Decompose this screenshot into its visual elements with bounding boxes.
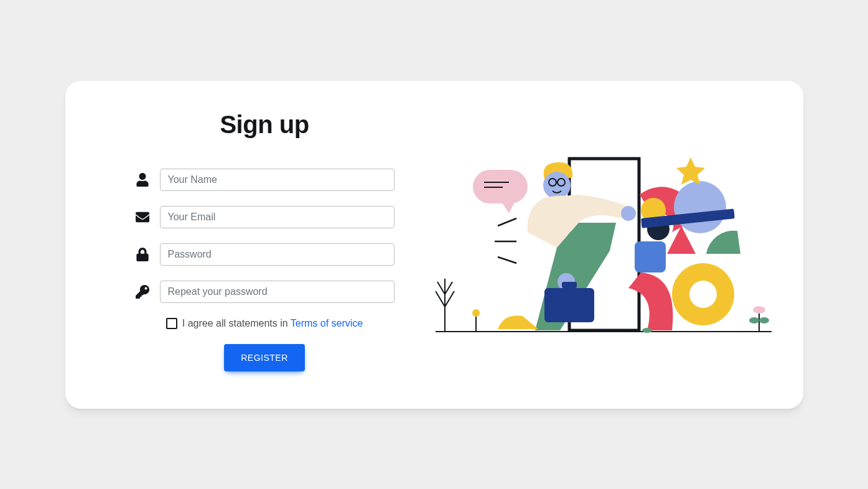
svg-point-34 (759, 317, 769, 324)
svg-rect-21 (635, 241, 666, 272)
svg-point-8 (621, 206, 636, 221)
svg-rect-10 (544, 288, 594, 322)
svg-line-14 (498, 257, 516, 263)
envelope-icon (135, 210, 150, 225)
svg-point-33 (749, 317, 759, 324)
illustration-column (434, 151, 773, 338)
terms-of-service-link[interactable]: Terms of service (291, 318, 363, 328)
signup-card: Sign up (65, 81, 803, 409)
svg-line-26 (436, 291, 445, 307)
svg-rect-11 (562, 282, 577, 288)
register-button[interactable]: Register (224, 344, 305, 371)
signup-illustration (436, 151, 772, 338)
form-column: Sign up (95, 111, 434, 379)
password-input[interactable] (160, 243, 394, 266)
svg-line-28 (437, 282, 445, 294)
svg-line-27 (445, 291, 454, 307)
card-row: Sign up (95, 111, 773, 379)
svg-point-36 (642, 328, 652, 333)
email-input[interactable] (160, 206, 394, 228)
svg-point-4 (543, 172, 571, 199)
name-input[interactable] (160, 169, 394, 191)
svg-marker-18 (676, 157, 705, 185)
svg-point-35 (753, 306, 765, 314)
password-row (135, 243, 394, 266)
page-title: Sign up (135, 111, 394, 139)
repeat-password-row (135, 281, 394, 303)
name-row (135, 169, 394, 191)
key-icon (135, 284, 150, 299)
signup-form: I agree all statements in Terms of servi… (135, 169, 394, 371)
agree-label[interactable]: I agree all statements in Terms of servi… (182, 318, 363, 329)
svg-point-23 (689, 281, 717, 308)
user-icon (135, 172, 150, 187)
svg-line-29 (445, 282, 452, 294)
repeat-password-input[interactable] (160, 281, 394, 303)
email-row (135, 206, 394, 228)
agree-row: I agree all statements in Terms of servi… (135, 318, 394, 329)
agree-checkbox[interactable] (166, 318, 177, 329)
svg-point-31 (472, 309, 480, 317)
svg-line-12 (498, 218, 516, 226)
button-row: Register (135, 344, 394, 371)
svg-point-15 (674, 181, 726, 233)
agree-text-before: I agree all statements in (182, 318, 291, 328)
lock-icon (135, 247, 150, 262)
